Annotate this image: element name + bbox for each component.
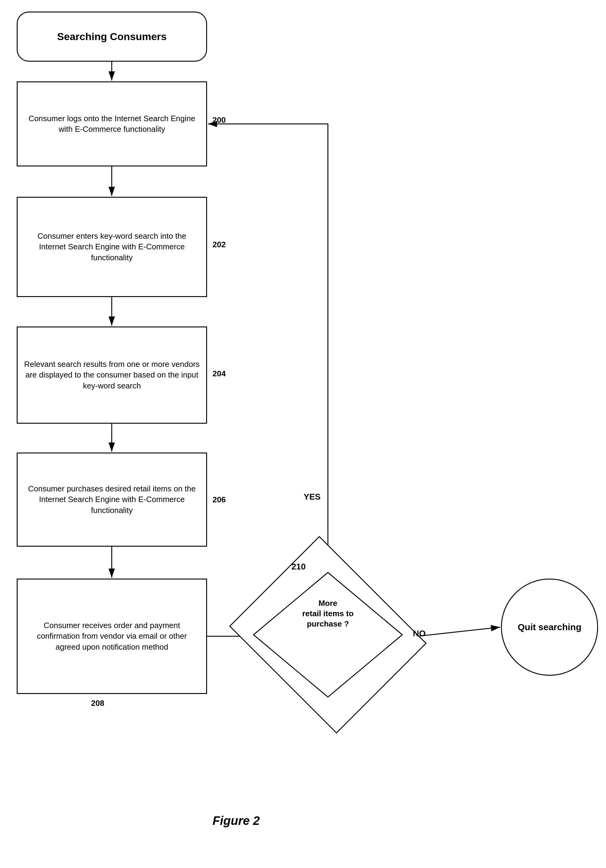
step-200-box: Consumer logs onto the Internet Search E… bbox=[17, 81, 207, 166]
step-202-label: Consumer enters key-word search into the… bbox=[18, 228, 206, 266]
step-200-label: Consumer logs onto the Internet Search E… bbox=[18, 110, 206, 138]
diamond-inner bbox=[252, 571, 404, 699]
start-node: Searching Consumers bbox=[17, 12, 207, 62]
ref-202: 202 bbox=[213, 240, 226, 250]
step-204-box: Relevant search results from one or more… bbox=[17, 327, 207, 424]
step-204-label: Relevant search results from one or more… bbox=[18, 356, 206, 394]
step-208-box: Consumer receives order and payment conf… bbox=[17, 578, 207, 694]
ref-206: 206 bbox=[213, 495, 226, 504]
step-208-label: Consumer receives order and payment conf… bbox=[18, 617, 206, 655]
end-node: Quit searching bbox=[501, 578, 598, 676]
yes-label: YES bbox=[304, 492, 321, 502]
ref-208: 208 bbox=[91, 699, 104, 708]
end-label: Quit searching bbox=[512, 618, 587, 637]
ref-210: 210 bbox=[291, 562, 306, 572]
start-label: Searching Consumers bbox=[51, 27, 173, 47]
step-202-box: Consumer enters key-word search into the… bbox=[17, 197, 207, 297]
ref-200: 200 bbox=[213, 115, 226, 125]
figure-caption: Figure 2 bbox=[213, 814, 260, 828]
step-206-box: Consumer purchases desired retail items … bbox=[17, 453, 207, 547]
diamond-210: Moreretail items topurchase ? bbox=[252, 571, 404, 699]
diamond-210-label: Moreretail items topurchase ? bbox=[282, 598, 373, 629]
step-206-label: Consumer purchases desired retail items … bbox=[18, 480, 206, 518]
no-label: NO bbox=[413, 629, 426, 639]
ref-204: 204 bbox=[213, 369, 226, 378]
diagram-container: Searching Consumers Consumer logs onto t… bbox=[0, 0, 606, 868]
